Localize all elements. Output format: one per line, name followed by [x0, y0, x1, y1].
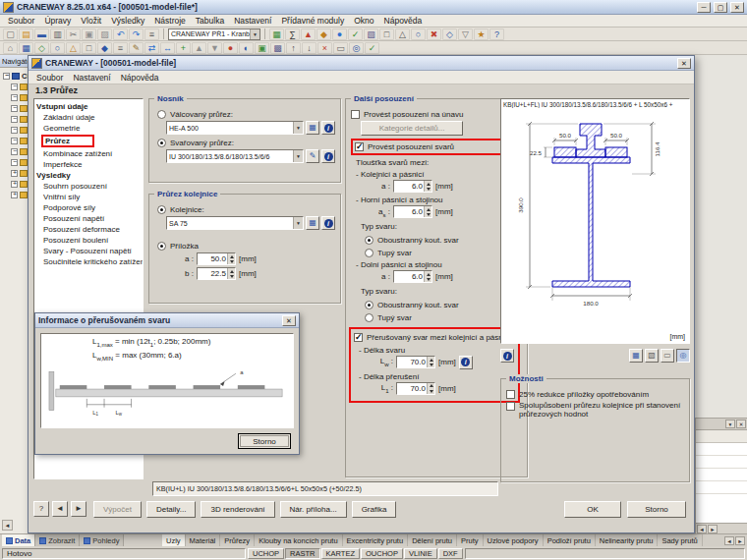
- expander-icon[interactable]: [11, 159, 18, 166]
- lw-input[interactable]: 70.0: [396, 356, 435, 368]
- toolbar-icon[interactable]: ▭: [333, 42, 348, 54]
- toolbar-icon[interactable]: ◆: [97, 42, 112, 54]
- welds-checkbox[interactable]: Provést posouzení svarů: [355, 142, 502, 151]
- expander-icon[interactable]: [11, 181, 18, 188]
- toolbar-icon[interactable]: ≡: [113, 42, 128, 54]
- dialog-nav-item[interactable]: Součinitele kritického zatížení: [34, 256, 143, 267]
- toolbar-icon[interactable]: ◇: [34, 42, 49, 54]
- graphic-tool-button[interactable]: ▭: [661, 349, 674, 363]
- dialog-close-button[interactable]: ✕: [677, 58, 691, 69]
- dialog-menu-item[interactable]: Soubor: [31, 73, 68, 83]
- toolbar-icon[interactable]: ≡: [144, 28, 159, 40]
- toolbar-icon[interactable]: ◐: [239, 42, 254, 54]
- dialog-nav-item[interactable]: Svary - Posouzení napětí: [34, 246, 143, 256]
- dialog-nav-item[interactable]: Kombinace zatížení: [34, 148, 143, 159]
- spin-down-icon[interactable]: [228, 274, 235, 280]
- maximize-button[interactable]: ▢: [714, 2, 727, 13]
- edit-section-button[interactable]: ✎: [306, 149, 319, 163]
- spin-down-icon[interactable]: [228, 259, 235, 265]
- table-tab[interactable]: Excentricity prutu: [343, 534, 409, 546]
- expander-icon[interactable]: [11, 84, 18, 90]
- table-tab[interactable]: Dělení prutu: [408, 534, 457, 546]
- spin-down-icon[interactable]: [428, 388, 434, 394]
- fillet-top-radio[interactable]: Oboustranný kout. svar i: [365, 233, 522, 247]
- toolbar-icon[interactable]: ◎: [349, 42, 364, 54]
- navigator-tab[interactable]: Pohledy: [80, 534, 124, 546]
- toolbar-icon[interactable]: ↓: [302, 42, 316, 54]
- spin-down-icon[interactable]: [425, 187, 431, 193]
- toolbar-icon[interactable]: ×: [317, 42, 332, 54]
- toolbar-icon[interactable]: +: [176, 42, 191, 54]
- navigator-tab[interactable]: Data: [2, 534, 35, 546]
- table-tab[interactable]: Sady prutů: [658, 534, 702, 546]
- toolbar-icon[interactable]: ▲: [192, 42, 206, 54]
- table-row[interactable]: [696, 443, 747, 456]
- expander-icon[interactable]: [11, 127, 18, 134]
- scroll-left-icon[interactable]: ◄: [697, 525, 707, 533]
- toolbar-icon[interactable]: ●: [223, 42, 238, 54]
- toolbar-icon[interactable]: ▤: [19, 28, 33, 40]
- close-icon[interactable]: ✕: [736, 420, 746, 428]
- snap-toggle[interactable]: VLINIE: [404, 548, 437, 559]
- graphic-tool-button[interactable]: ▧: [645, 349, 659, 363]
- cancel-button[interactable]: Storno: [627, 501, 686, 518]
- toolbar-icon[interactable]: ▬: [34, 28, 49, 40]
- l1-input[interactable]: 70.0: [396, 382, 435, 395]
- toolbar-icon[interactable]: ▩: [270, 42, 285, 54]
- toolbar-icon[interactable]: ↑: [286, 42, 301, 54]
- snap-toggle[interactable]: UCHOP: [248, 548, 284, 559]
- section-library-button[interactable]: ▦: [306, 121, 319, 135]
- pin-icon[interactable]: ▾: [725, 420, 735, 428]
- toolbar-icon[interactable]: ▣: [82, 28, 96, 40]
- toolbar-icon[interactable]: ✓: [348, 28, 363, 40]
- welded-section-radio[interactable]: Svařovaný průřez:: [157, 139, 335, 147]
- table-tab[interactable]: Klouby na koncích prutu: [255, 534, 342, 546]
- toolbar-icon[interactable]: ✎: [129, 42, 144, 54]
- dialog-help-button[interactable]: ?: [33, 501, 49, 517]
- menu-item[interactable]: Vložit: [76, 16, 106, 26]
- scroll-right-icon[interactable]: ►: [708, 525, 718, 533]
- expander-icon[interactable]: [11, 138, 18, 144]
- info-button[interactable]: i: [321, 216, 335, 230]
- table-tab[interactable]: Průřezy: [220, 534, 255, 546]
- info-button[interactable]: i: [321, 149, 335, 163]
- plate-a-input[interactable]: 50.0: [197, 252, 236, 265]
- snap-toggle[interactable]: DXF: [438, 548, 463, 559]
- butt-top-radio[interactable]: Tupý svar: [365, 249, 522, 257]
- close-button[interactable]: ✕: [730, 2, 744, 13]
- toolbar-icon[interactable]: ▦: [269, 28, 284, 40]
- expander-icon[interactable]: [11, 116, 18, 123]
- toolbar-icon[interactable]: ○: [411, 28, 426, 40]
- table-row[interactable]: [696, 456, 747, 469]
- fillet-bottom-radio[interactable]: Oboustranný kout. svar i: [365, 298, 522, 311]
- menu-item[interactable]: Nápověda: [379, 16, 428, 26]
- menu-item[interactable]: Přídavné moduly: [276, 16, 349, 26]
- dialog-footer-button[interactable]: Detaily...: [146, 501, 197, 518]
- interaction-checkbox[interactable]: Spolupůsobení průřezu kolejnice při stan…: [506, 401, 684, 419]
- popup-close-button[interactable]: ✕: [282, 315, 296, 326]
- dialog-nav-item[interactable]: Imperfekce: [34, 159, 143, 170]
- toolbar-icon[interactable]: ✖: [427, 28, 441, 40]
- dialog-nav-item[interactable]: Vnitřní síly: [34, 192, 143, 202]
- toolbar-icon[interactable]: ◇: [442, 28, 457, 40]
- toolbar-icon[interactable]: ▼: [207, 42, 222, 54]
- toolbar-icon[interactable]: ↔: [160, 42, 175, 54]
- toolbar-icon[interactable]: ▥: [50, 28, 65, 40]
- tabs-scroll-right[interactable]: ►: [735, 536, 745, 545]
- menu-item[interactable]: Nastavení: [229, 16, 276, 26]
- toolbar-icon[interactable]: ▨: [97, 28, 112, 40]
- menu-item[interactable]: Soubor: [3, 16, 39, 26]
- toolbar-icon[interactable]: ○: [50, 42, 65, 54]
- spin-down-icon[interactable]: [425, 212, 431, 218]
- snap-toggle[interactable]: RASTR: [285, 548, 319, 559]
- menu-item[interactable]: Úpravy: [39, 16, 76, 26]
- welded-section-combo[interactable]: IU 300/180/13.5/8.6/180/13.5/6/6 ▼: [166, 149, 304, 163]
- fatigue-checkbox[interactable]: Provést posouzení na únavu: [351, 110, 522, 119]
- detail-categories-button[interactable]: Kategorie detailů...: [361, 121, 463, 136]
- toolbar-icon[interactable]: ▢: [3, 28, 18, 40]
- rail-combo[interactable]: SA 75 ▼: [166, 216, 304, 230]
- reduction-checkbox[interactable]: 25% redukce příložky opotřebováním: [506, 390, 684, 399]
- dialog-footer-button[interactable]: 3D renderování: [201, 501, 274, 518]
- menu-item[interactable]: Tabulka: [191, 16, 229, 26]
- snap-toggle[interactable]: OUCHOP: [361, 548, 403, 559]
